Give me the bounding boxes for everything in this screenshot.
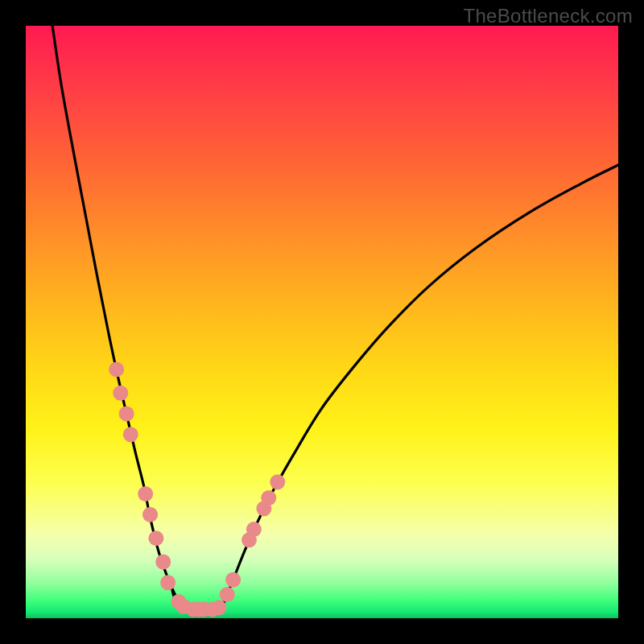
plot-area	[26, 26, 618, 618]
data-dot	[148, 530, 163, 546]
data-dot	[142, 507, 158, 522]
data-dot	[123, 427, 138, 442]
data-dot	[211, 600, 226, 615]
chart-frame: TheBottleneck.com	[0, 0, 644, 644]
data-dot	[246, 522, 262, 537]
chart-svg	[26, 26, 618, 618]
data-dot	[113, 386, 128, 401]
data-dot	[160, 575, 175, 590]
watermark-text: TheBottleneck.com	[463, 5, 633, 27]
data-dot	[261, 490, 276, 506]
data-dot	[270, 474, 285, 489]
right-curve	[221, 165, 618, 609]
data-dot	[225, 572, 241, 588]
data-dot	[155, 555, 171, 570]
data-dot	[220, 587, 235, 602]
data-dot	[138, 486, 153, 502]
data-dot	[119, 407, 134, 422]
data-dots-group	[109, 361, 285, 617]
left-curve	[52, 26, 183, 609]
data-dot	[109, 361, 124, 377]
